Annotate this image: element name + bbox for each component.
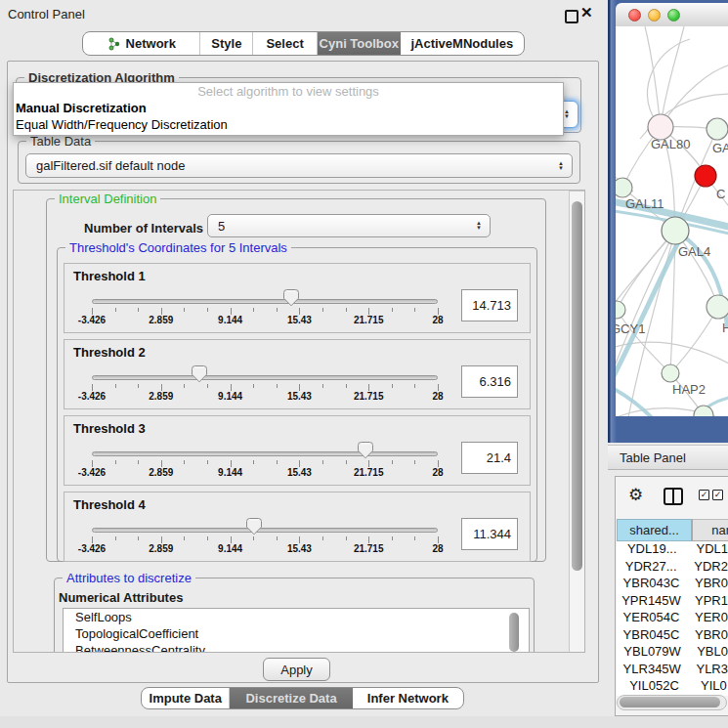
network-edge[interactable] — [661, 64, 728, 127]
slider-tick — [184, 536, 185, 540]
table-cell-shared-name: YBR045C — [617, 627, 686, 645]
top-tab-bar: NetworkStyleSelectCyni ToolboxjActiveMNo… — [82, 31, 525, 56]
slider-tick — [253, 460, 254, 464]
slider-tick-label: 2.859 — [130, 391, 193, 402]
slider-tick — [277, 536, 278, 540]
algorithm-prompt-item: Select algorithm to view settings — [14, 83, 563, 100]
table-row[interactable]: YDR27...YDR2 — [617, 559, 728, 577]
algorithm-option-manual-discretization[interactable]: Manual Discretization — [14, 100, 563, 116]
float-window-icon[interactable] — [565, 10, 578, 23]
threshold-label: Threshold 4 — [73, 497, 146, 512]
table-row[interactable]: YER054CYER0 — [617, 610, 728, 627]
threshold-panel-2: Threshold 2-3.4262.8599.14415.4321.71528… — [64, 339, 531, 409]
tab-label: Impute Data — [150, 691, 222, 706]
threshold-value-field[interactable]: 21.4 — [461, 442, 518, 474]
table-row[interactable]: YLR345WYLR3 — [617, 662, 728, 679]
tab-discretize-data[interactable]: Discretize Data — [230, 688, 352, 708]
table-hscrollbar-thumb[interactable] — [620, 697, 720, 707]
network-edge[interactable] — [661, 26, 684, 127]
column-header-name[interactable]: name — [692, 519, 728, 541]
panel-scrollbar-track[interactable] — [569, 191, 585, 653]
network-node-gal4[interactable] — [662, 217, 689, 244]
network-edge[interactable] — [645, 26, 661, 127]
network-node-ga[interactable] — [707, 118, 728, 140]
slider-tick — [138, 384, 139, 388]
slider-tick — [231, 460, 232, 467]
numerical-attributes-list: SelfLoopsTopologicalCoefficientBetweenne… — [63, 608, 530, 653]
table-cell-shared-name: YPR145W — [617, 593, 686, 611]
slider-tick — [414, 460, 415, 464]
interval-definition-title: Interval Definition — [55, 192, 160, 206]
threshold-value-field[interactable]: 11.344 — [461, 518, 518, 550]
slider-tick — [115, 308, 116, 312]
slider-tick — [161, 384, 162, 391]
network-node[interactable] — [694, 406, 713, 416]
list-item[interactable]: BetweennessCentrality — [64, 642, 529, 653]
close-icon[interactable]: ✕ — [580, 4, 593, 21]
threshold-value-field[interactable]: 6.316 — [461, 365, 518, 398]
attributes-list-title: Numerical Attributes — [59, 590, 183, 605]
slider-tick — [392, 536, 393, 540]
table-row[interactable]: YDL19...YDL1 — [617, 541, 728, 559]
slider-tick — [115, 384, 116, 388]
minimize-traffic-light-icon[interactable] — [648, 9, 661, 21]
slider-thumb[interactable] — [192, 365, 207, 383]
algorithm-option-equal-width-frequency-discretization[interactable]: Equal Width/Frequency Discretization — [14, 116, 563, 133]
threshold-value-field[interactable]: 14.713 — [461, 289, 518, 321]
checkbox-icon[interactable]: ✓ — [699, 490, 709, 500]
slider-tick-label: -3.426 — [61, 467, 123, 478]
table-cell-name: YLR3 — [687, 662, 728, 679]
table-row[interactable]: YPR145WYPR1 — [617, 593, 728, 611]
network-node-gal11[interactable] — [616, 178, 632, 197]
split-columns-icon[interactable] — [664, 488, 683, 505]
tab-network[interactable]: Network — [83, 32, 200, 55]
table-cell-shared-name: YDR27... — [617, 559, 685, 577]
attributes-list-scrollbar[interactable] — [509, 613, 519, 652]
threshold-slider-track[interactable] — [92, 375, 438, 380]
apply-button[interactable]: Apply — [263, 658, 330, 681]
table-row[interactable]: YBL079WYBL0 — [617, 644, 728, 662]
network-node-c[interactable] — [695, 165, 716, 187]
tab-style[interactable]: Style — [200, 32, 253, 55]
table-row[interactable]: YBR045CYBR0 — [617, 627, 728, 645]
slider-tick-label: -3.426 — [61, 391, 123, 402]
tab-cyni-toolbox[interactable]: Cyni Toolbox — [318, 32, 401, 55]
tab-label: Select — [266, 36, 303, 51]
threshold-slider-track[interactable] — [92, 528, 438, 533]
threshold-slider-track[interactable] — [92, 451, 438, 456]
slider-thumb[interactable] — [358, 442, 373, 459]
table-data-combo[interactable]: galFiltered.sif default node ▲▼ — [25, 153, 573, 178]
network-canvas[interactable]: GAL80GACGAL11GAL4GCY1HHAP2 — [616, 26, 728, 416]
tab-infer-network[interactable]: Infer Network — [353, 688, 463, 708]
network-node-hap2[interactable] — [662, 364, 679, 382]
slider-tick — [92, 536, 93, 543]
table-row[interactable]: YBR043CYBR0 — [617, 576, 728, 593]
gear-icon[interactable]: ⚙ — [628, 485, 643, 505]
zoom-traffic-light-icon[interactable] — [667, 9, 680, 21]
tab-jactivemnodules[interactable]: jActiveMNodules — [401, 32, 524, 55]
slider-tick-label: 9.144 — [199, 543, 262, 554]
checkbox-icon[interactable]: ✓ — [712, 490, 723, 500]
table-cell-shared-name: YDL19... — [617, 541, 687, 559]
network-node-h[interactable] — [707, 295, 728, 319]
list-item[interactable]: SelfLoops — [64, 609, 529, 625]
slider-thumb[interactable] — [246, 518, 262, 535]
slider-tick — [231, 536, 232, 543]
slider-tick — [253, 536, 254, 540]
threshold-slider-track[interactable] — [92, 299, 438, 304]
num-intervals-combo[interactable]: 5 ▲▼ — [207, 214, 491, 237]
close-traffic-light-icon[interactable] — [628, 9, 641, 21]
slider-tick — [414, 536, 415, 540]
tab-select[interactable]: Select — [253, 32, 318, 55]
list-item[interactable]: TopologicalCoefficient — [64, 625, 529, 642]
table-row[interactable]: YIL052CYIL0 — [617, 678, 728, 696]
slider-tick — [207, 308, 208, 312]
panel-scrollbar-thumb[interactable] — [572, 201, 582, 571]
column-header-shared-name[interactable]: shared... — [617, 519, 692, 541]
slider-tick — [207, 384, 208, 388]
slider-tick — [346, 308, 347, 312]
tab-impute-data[interactable]: Impute Data — [142, 688, 230, 708]
slider-tick — [368, 460, 369, 467]
slider-thumb[interactable] — [283, 289, 299, 307]
network-node-gcy1[interactable] — [616, 301, 625, 319]
